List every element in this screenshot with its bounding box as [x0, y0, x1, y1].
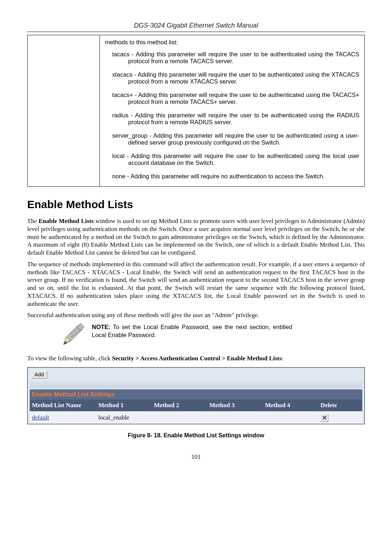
col-method-2: Method 2 [152, 400, 207, 412]
param-desc-first: Adding this parameter will require the u… [131, 153, 330, 159]
param-desc-first: Adding this parameter will require no au… [130, 173, 324, 179]
nav-a: To view the following table, click [27, 355, 112, 362]
param-dash: - [132, 71, 138, 78]
param-item-servergroup: server_group - Adding this parameter wil… [105, 132, 359, 146]
figure-caption: Figure 8- 18. Enable Method List Setting… [27, 432, 365, 439]
section-heading: Enable Method Lists [27, 198, 365, 211]
param-term: tacacs+ [112, 92, 133, 98]
col-method-3: Method 3 [207, 400, 263, 412]
close-icon: ✕ [322, 414, 327, 422]
p1-a: The [27, 218, 38, 224]
table-row: default local_enable ✕ [30, 412, 362, 424]
param-term: local [112, 153, 124, 159]
param-item-local: local - Adding this parameter will requi… [105, 153, 359, 166]
param-term: xtacacs [112, 71, 132, 78]
parameter-table-left-cell [28, 35, 100, 187]
parameter-table: methods to this method list: tacacs - Ad… [27, 35, 365, 187]
param-dash: - [147, 132, 153, 139]
body-paragraph-1: The Enable Method Lists window is used t… [27, 217, 365, 257]
note-label: NOTE: [92, 324, 110, 330]
p1-b: Enable Method Lists [38, 218, 94, 224]
panel-title: Enable Method List Settings [30, 389, 362, 400]
param-desc-first: Adding this parameter will require the u… [136, 51, 333, 57]
nav-b: Security > Access Authentication Control… [112, 355, 282, 362]
param-dash: - [130, 51, 136, 57]
panel-band [30, 382, 362, 388]
param-intro: methods to this method list: [105, 39, 359, 46]
body-paragraph-3: Successful authentication using any of t… [27, 311, 365, 319]
param-desc-first: Adding this parameter will require the u… [153, 132, 322, 139]
col-method-4: Method 4 [263, 400, 318, 412]
header-rule [27, 32, 365, 32]
doc-header-title: DGS-3024 Gigabit Ethernet Switch Manual [27, 22, 365, 29]
cell-method-4 [263, 412, 318, 424]
pencil-note-icon [60, 323, 85, 350]
cell-method-3 [207, 412, 263, 424]
param-item-radius: radius - Adding this parameter will requ… [105, 112, 359, 126]
note-text: NOTE: To set the Local Enable Password, … [92, 323, 292, 339]
cell-method-2 [152, 412, 207, 424]
col-method-1: Method 1 [96, 400, 152, 412]
method-list-table: Method List Name Method 1 Method 2 Metho… [30, 400, 362, 424]
param-dash: - [128, 112, 135, 118]
table-header-row: Method List Name Method 1 Method 2 Metho… [30, 400, 362, 412]
param-desc-first: Adding this parameter will require the u… [135, 112, 334, 118]
nav-instruction: To view the following table, click Secur… [27, 355, 365, 362]
param-term: radius [112, 112, 128, 118]
col-delete: Delete [318, 400, 362, 412]
add-button[interactable]: Add [31, 370, 47, 378]
param-term: none [112, 173, 126, 179]
note-block: NOTE: To set the Local Enable Password, … [60, 323, 292, 350]
param-item-none: none - Adding this parameter will requir… [105, 173, 359, 180]
body-paragraph-2: The sequence of methods implemented in t… [27, 260, 365, 308]
enable-method-list-panel: Add Enable Method List Settings Method L… [27, 367, 365, 424]
param-dash: - [126, 173, 131, 179]
param-dash: - [133, 92, 138, 98]
delete-button[interactable]: ✕ [320, 414, 328, 422]
param-desc-first: Adding this parameter will require the u… [138, 71, 330, 78]
col-method-list-name: Method List Name [30, 400, 96, 412]
param-dash: - [124, 153, 131, 159]
nav-c: : [282, 355, 283, 362]
method-list-name-link[interactable]: default [30, 412, 96, 424]
param-term: server_group [112, 132, 147, 139]
param-item-xtacacs: xtacacs - Adding this parameter will req… [105, 71, 359, 85]
param-item-tacacsplus: tacacs+ - Adding this parameter will req… [105, 92, 359, 105]
param-desc-first: Adding this parameter will require the u… [138, 92, 330, 98]
param-item-tacacs: tacacs - Adding this parameter will requ… [105, 51, 359, 65]
parameter-table-right-cell: methods to this method list: tacacs - Ad… [100, 35, 365, 187]
page-number: 101 [27, 453, 365, 461]
param-term: tacacs [112, 51, 130, 57]
cell-delete: ✕ [318, 412, 362, 424]
cell-method-1: local_enable [96, 412, 152, 424]
note-body: To set the Local Enable Password, see th… [92, 324, 292, 338]
